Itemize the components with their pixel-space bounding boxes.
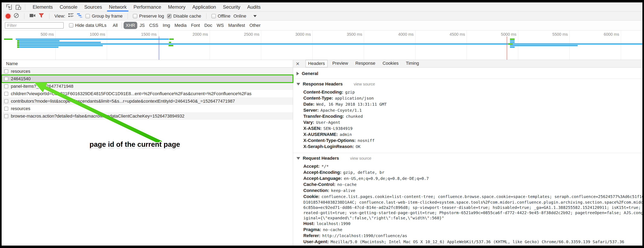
- timeline-tick-label: 1500 ms: [124, 32, 156, 37]
- waterfall-bar: [17, 43, 19, 44]
- timeline-tick-label: 4500 ms: [433, 32, 465, 37]
- request-row[interactable]: 24641540: [2, 75, 293, 82]
- panel-tab[interactable]: Sources: [81, 2, 106, 12]
- filter-input[interactable]: [5, 22, 64, 29]
- preserve-log-label: Preserve log: [139, 14, 164, 19]
- triangle-right-icon: [296, 72, 299, 76]
- request-row[interactable]: resources: [2, 68, 293, 75]
- waterfall-bar: [19, 45, 103, 46]
- details-tab[interactable]: Cookies: [380, 60, 401, 67]
- screenshot-camera-icon[interactable]: [30, 13, 36, 19]
- type-filter[interactable]: All: [110, 22, 120, 29]
- panel-tab[interactable]: Audits: [244, 2, 264, 12]
- response-headers-section-toggle[interactable]: Response Headers view source: [293, 79, 642, 89]
- large-rows-icon[interactable]: [68, 13, 74, 19]
- header-entry: Referer:http://localhost:1990/confluence…: [293, 233, 642, 239]
- request-row[interactable]: browse-macros.action?detailed=false&macr…: [2, 112, 293, 120]
- device-toolbar-icon[interactable]: [14, 4, 22, 11]
- type-filter[interactable]: XHR: [124, 22, 137, 29]
- timeline-tick-label: 3500 ms: [330, 32, 362, 37]
- waterfall-bar: [19, 40, 59, 41]
- main-tabbar: ElementsConsoleSourcesNetworkPerformance…: [2, 2, 642, 12]
- type-filter[interactable]: Font: [189, 22, 202, 29]
- general-section-toggle[interactable]: General: [293, 68, 642, 79]
- request-row[interactable]: resources: [2, 105, 293, 112]
- network-content: Name resources 24641540 panel-items?_=15…: [2, 60, 642, 246]
- waterfall-bar: [169, 38, 174, 40]
- request-name: 24641540: [11, 76, 31, 82]
- record-button[interactable]: [6, 14, 10, 18]
- request-name: contributors?mode=list&scope=descendants…: [11, 98, 235, 104]
- show-overview-icon[interactable]: [77, 13, 82, 19]
- header-entry: Pragma:no-cache: [293, 227, 642, 233]
- network-overview[interactable]: 500 ms1000 ms1500 ms2000 ms2500 ms3000 m…: [2, 30, 642, 60]
- network-toolbar: View: Group by frame Preserve log Disabl…: [2, 12, 642, 20]
- panel-tab[interactable]: Security: [220, 2, 244, 12]
- offline-checkbox[interactable]: [212, 14, 216, 18]
- waterfall-bar: [16, 38, 169, 40]
- type-filter[interactable]: WS: [214, 22, 226, 29]
- waterfall-bar: [19, 43, 642, 44]
- view-source-link[interactable]: view source: [354, 82, 375, 86]
- type-filter[interactable]: CSS: [147, 22, 160, 29]
- request-headers-section-toggle[interactable]: Request Headers view source: [293, 153, 642, 163]
- group-by-frame-checkbox[interactable]: [86, 14, 90, 18]
- header-entry: Server:Apache-Coyote/1.1: [293, 107, 642, 113]
- header-entry: X-AUSERNAME:admin: [293, 132, 642, 138]
- group-by-frame-control: Group by frame: [86, 14, 122, 19]
- header-entry: Accept:*/*: [293, 163, 642, 169]
- panel-tab[interactable]: Performance: [130, 2, 164, 12]
- waterfall-bar: [510, 38, 514, 40]
- view-source-link[interactable]: view source: [350, 156, 372, 161]
- type-filter[interactable]: Img: [160, 22, 172, 29]
- header-entry: Date:Wed, 16 May 2018 13:31:11 GMT: [293, 101, 642, 107]
- timeline-gridline: [466, 30, 467, 60]
- waterfall-bar: [508, 43, 513, 44]
- throttling-select[interactable]: Online: [234, 14, 256, 19]
- waterfall-bar: [510, 46, 514, 48]
- clear-icon[interactable]: [14, 13, 19, 20]
- disable-cache-control: Disable cache: [167, 14, 201, 19]
- request-row[interactable]: children?viewportId=C0A811F6016329DE4815…: [2, 90, 293, 98]
- panel-tab[interactable]: Application: [189, 2, 219, 12]
- panel-tab[interactable]: Network: [106, 2, 130, 12]
- timeline-gridline: [312, 30, 313, 60]
- domcontentloaded-line: [159, 36, 159, 60]
- panel-tabs: ElementsConsoleSourcesNetworkPerformance…: [29, 2, 264, 12]
- type-filter[interactable]: Media: [172, 22, 189, 29]
- request-row[interactable]: contributors?mode=list&scope=descendants…: [2, 98, 293, 105]
- divider: [206, 13, 206, 19]
- type-filter[interactable]: JS: [137, 22, 147, 29]
- request-name: browse-macros.action?detailed=false&macr…: [11, 114, 184, 119]
- hide-data-urls-checkbox[interactable]: [69, 23, 73, 28]
- header-entry: X-Seraph-LoginReason:OK: [293, 144, 642, 150]
- header-entry: Host:localhost:1990: [293, 220, 642, 227]
- panel-tab[interactable]: Elements: [29, 2, 56, 12]
- type-filter[interactable]: Other: [247, 22, 263, 29]
- disable-cache-checkbox[interactable]: [167, 14, 172, 18]
- close-icon[interactable]: ×: [296, 61, 300, 67]
- divider: [24, 13, 24, 19]
- name-column-header[interactable]: Name: [2, 60, 293, 68]
- timeline-tick-label: 500 ms: [22, 32, 54, 37]
- header-entry: Transfer-Encoding:chunked: [293, 113, 642, 119]
- preserve-log-checkbox[interactable]: [133, 14, 137, 18]
- timeline-tick-label: 2500 ms: [227, 32, 260, 37]
- panel-tab[interactable]: Memory: [165, 2, 189, 12]
- panel-tab[interactable]: Console: [56, 2, 81, 12]
- type-filter[interactable]: Manifest: [226, 22, 247, 29]
- hide-data-urls-label: Hide data URLs: [75, 23, 106, 28]
- filter-funnel-icon[interactable]: [38, 13, 44, 20]
- details-tab[interactable]: Headers: [306, 60, 328, 67]
- details-tab[interactable]: Timing: [404, 60, 422, 67]
- details-tab[interactable]: Preview: [330, 60, 350, 67]
- throttling-value: Online: [234, 14, 246, 19]
- type-filter[interactable]: Doc: [202, 22, 214, 29]
- inspect-element-icon[interactable]: [5, 4, 13, 11]
- details-tab[interactable]: Response: [353, 60, 378, 67]
- request-row[interactable]: panel-items?_=1526477471948: [2, 82, 293, 90]
- triangle-down-icon: [296, 83, 300, 86]
- filter-bar: Hide data URLs AllXHRJSCSSImgMediaFontDo…: [2, 20, 642, 30]
- triangle-down-icon: [296, 157, 300, 160]
- request-doc-icon: [4, 84, 8, 88]
